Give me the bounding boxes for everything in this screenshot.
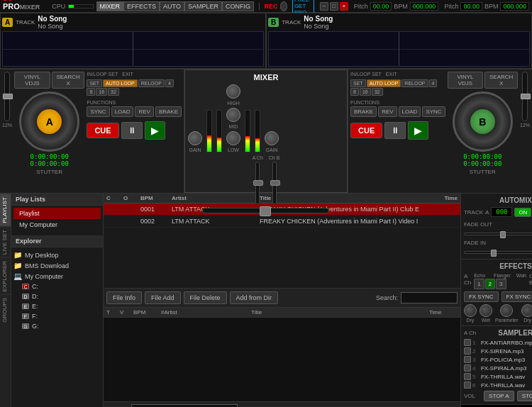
close-btn[interactable]: ×	[340, 2, 348, 11]
deck-a-vinyl-btn[interactable]: VINYL VDJS	[14, 72, 50, 89]
sampler-btn[interactable]: SAMPLER	[184, 1, 222, 11]
fx-dry-a: Dry	[464, 304, 477, 323]
search-input-top[interactable]	[401, 292, 458, 303]
fx-dry-a-knob[interactable]	[464, 304, 477, 317]
v-tab-groups[interactable]: GROUPS	[0, 294, 11, 325]
fx-sync-b-btn[interactable]: FX SYNC	[501, 291, 532, 302]
sample-6-btn-left[interactable]	[464, 381, 471, 389]
search-input-bottom[interactable]	[131, 404, 238, 407]
fx-sync-a-btn[interactable]: FX SYNC	[464, 291, 499, 302]
explorer-desktop[interactable]: 📁 My Desktop	[13, 250, 101, 260]
deck-b-brake-btn[interactable]: BRAKE	[350, 106, 377, 117]
drive-d[interactable]: D D:	[22, 291, 101, 301]
maximize-btn[interactable]: □	[330, 2, 338, 11]
bms-label: BMS Download	[25, 262, 69, 269]
deck-b-cue-btn[interactable]: CUE	[350, 123, 382, 138]
deck-a-turntable[interactable]: A	[19, 91, 79, 152]
deck-b-4-btn[interactable]: 4	[429, 79, 438, 87]
sample-5-btn-left[interactable]	[464, 373, 471, 380]
effects-btn[interactable]: EFFECTS	[123, 1, 160, 11]
deck-b-pitch-slider[interactable]	[522, 72, 528, 121]
minimize-btn[interactable]: −	[320, 2, 328, 11]
deck-a-bands-btn[interactable]: BRAKE	[155, 106, 182, 117]
stop-b-btn[interactable]: STOP B	[517, 391, 532, 401]
fadein-slider-track[interactable]	[464, 251, 532, 254]
vol-fader-b-track[interactable]	[272, 162, 277, 204]
deck-a-auto-loop-btn[interactable]: AUTO LOOP	[103, 79, 138, 87]
fx-a-btn-3[interactable]: 3	[496, 279, 506, 289]
explorer-bms[interactable]: 📁 BMS Download	[13, 260, 101, 271]
v-tab-playlist[interactable]: PLAYLIST	[0, 194, 11, 226]
sample-1-btn-left[interactable]	[464, 339, 471, 346]
playlist-item-playlist[interactable]: Playlist	[13, 208, 101, 219]
deck-b-search-btn[interactable]: SEARCH X	[484, 72, 518, 89]
vol-fader-a-track[interactable]	[255, 162, 260, 204]
fx-a-btn-1[interactable]: 1	[474, 279, 484, 289]
deck-b-vinyl-btn[interactable]: VINYL VDJS	[448, 72, 484, 89]
deck-a-sync-btn[interactable]: SYNC	[87, 106, 109, 117]
fx-param-a-knob[interactable]	[500, 304, 513, 317]
deck-a-pause-btn[interactable]: ⏸	[121, 122, 143, 139]
high-knob[interactable]	[226, 84, 240, 99]
gain-b-knob[interactable]	[265, 131, 279, 145]
add-from-dir-btn[interactable]: Add from Dir	[230, 291, 279, 304]
deck-a-4-btn[interactable]: 4	[165, 79, 174, 87]
low-knob[interactable]	[226, 131, 240, 145]
deck-b-16-btn[interactable]: 16	[360, 88, 371, 96]
deck-b-play-btn[interactable]: ▶	[408, 121, 428, 140]
deck-b-sync-btn[interactable]: SYNC	[422, 106, 445, 117]
deck-a-search-btn[interactable]: SEARCH X	[52, 72, 85, 89]
explorer-mycomputer[interactable]: 💻 My Computer	[13, 271, 101, 281]
file-add-btn[interactable]: File Add	[145, 291, 181, 304]
sample-2-btn-left[interactable]	[464, 347, 471, 355]
deck-a-rev-btn[interactable]: REV	[135, 106, 153, 117]
playlist-item-mycomputer[interactable]: My Computer	[13, 219, 101, 230]
drive-c[interactable]: C C:	[22, 281, 101, 291]
deck-b-rev-btn[interactable]: REV	[378, 106, 397, 117]
mixer-btn[interactable]: MIXER	[96, 1, 124, 11]
mid-knob[interactable]	[226, 108, 240, 122]
sample-4-btn-left[interactable]	[464, 364, 471, 372]
deck-a-play-btn[interactable]: ▶	[145, 121, 165, 140]
drive-f[interactable]: F F:	[22, 311, 101, 321]
stop-a-btn[interactable]: STOP A	[484, 391, 514, 401]
fx-knobs-row: Dry Wet Parameter Dry	[464, 304, 532, 323]
auto-btn[interactable]: AUTO	[160, 1, 184, 11]
deck-a-cue-btn[interactable]: CUE	[87, 123, 118, 138]
fadeout-slider-track[interactable]	[464, 233, 532, 235]
deck-a-load-btn[interactable]: LOAD	[111, 106, 134, 117]
deck-b-zoom-label: 12%	[520, 123, 530, 128]
fx-dry-b: Dry	[521, 304, 532, 323]
stop-buttons: STOP A STOP B	[484, 391, 532, 401]
col-artist-header: Artist	[172, 195, 257, 201]
deck-b-pause-btn[interactable]: ⏸	[384, 122, 406, 139]
file-delete-btn[interactable]: File Delete	[184, 291, 227, 304]
deck-a-16-btn[interactable]: 16	[96, 88, 107, 96]
deck-a-8-btn[interactable]: 8	[87, 88, 95, 96]
deck-b-set-btn[interactable]: SET	[350, 79, 366, 87]
gain-a-knob[interactable]	[188, 131, 202, 145]
deck-a-32-btn[interactable]: 32	[108, 88, 119, 96]
deck-a-reloop-btn[interactable]: RELOOP	[138, 79, 165, 87]
file-info-btn[interactable]: File Info	[106, 291, 142, 304]
deck-a-pitch-slider[interactable]	[4, 72, 10, 121]
deck-b-load-btn[interactable]: LOAD	[399, 106, 421, 117]
v-tab-liveset[interactable]: LIVE SET	[0, 226, 11, 257]
deck-b-32-btn[interactable]: 32	[372, 88, 383, 96]
track-row-2[interactable]: 0002 LTM ATTACK FREAKY CHICKEN (Adventur…	[104, 216, 460, 228]
crossfader-track[interactable]	[202, 208, 329, 213]
deck-b-8-btn[interactable]: 8	[350, 88, 359, 96]
fx-wet-a-knob[interactable]	[480, 304, 492, 317]
v-tab-explorer[interactable]: EXPLORER	[0, 257, 11, 295]
sample-3-btn-left[interactable]	[464, 356, 471, 363]
drive-e[interactable]: E E:	[22, 301, 101, 311]
automix-on-btn[interactable]: ON	[514, 208, 531, 217]
deck-b-auto-loop-btn[interactable]: AUTO LOOP	[367, 79, 401, 87]
fx-dry-b-knob[interactable]	[521, 304, 532, 317]
fx-a-btn-2[interactable]: 2	[485, 279, 495, 289]
deck-b-turntable[interactable]: B	[453, 91, 513, 152]
config-btn[interactable]: CONFIG	[222, 1, 254, 11]
drive-g[interactable]: G G:	[22, 321, 101, 331]
deck-b-reloop-btn[interactable]: RELOOP	[401, 79, 428, 87]
deck-a-set-btn[interactable]: SET	[87, 79, 102, 87]
